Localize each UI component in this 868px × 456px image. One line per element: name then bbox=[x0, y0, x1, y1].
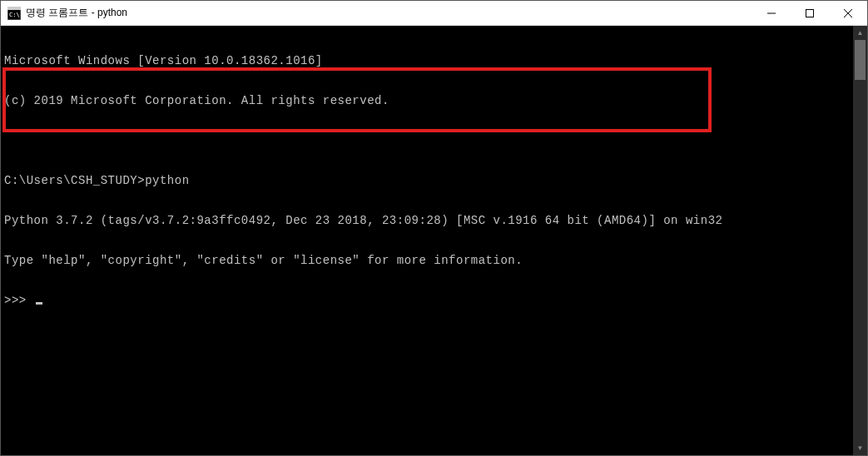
vertical-scrollbar[interactable]: ▲ ▼ bbox=[853, 26, 867, 455]
scroll-down-arrow[interactable]: ▼ bbox=[853, 441, 867, 455]
titlebar[interactable]: C:\ 명령 프롬프트 - python bbox=[1, 1, 867, 26]
svg-rect-1 bbox=[7, 7, 21, 10]
scroll-up-arrow[interactable]: ▲ bbox=[853, 26, 867, 40]
command-prompt-window: C:\ 명령 프롬프트 - python Microsoft Windows [… bbox=[0, 0, 868, 456]
svg-rect-4 bbox=[806, 9, 814, 17]
window-controls bbox=[752, 1, 867, 25]
terminal-line: (c) 2019 Microsoft Corporation. All righ… bbox=[4, 94, 850, 107]
scrollbar-thumb[interactable] bbox=[855, 40, 866, 80]
terminal-line: C:\Users\CSH_STUDY>python bbox=[4, 174, 850, 187]
cursor bbox=[36, 302, 42, 305]
terminal-area: Microsoft Windows [Version 10.0.18362.10… bbox=[1, 26, 867, 455]
terminal-output[interactable]: Microsoft Windows [Version 10.0.18362.10… bbox=[1, 26, 853, 455]
terminal-line: Type "help", "copyright", "credits" or "… bbox=[4, 254, 850, 267]
window-title: 명령 프롬프트 - python bbox=[26, 6, 752, 20]
python-prompt: >>> bbox=[4, 294, 34, 307]
cmd-icon: C:\ bbox=[7, 7, 21, 20]
terminal-prompt-line: >>> bbox=[4, 294, 850, 307]
maximize-button[interactable] bbox=[791, 1, 829, 25]
minimize-button[interactable] bbox=[752, 1, 791, 25]
terminal-line: Python 3.7.2 (tags/v3.7.2:9a3ffc0492, De… bbox=[4, 214, 850, 227]
svg-text:C:\: C:\ bbox=[9, 12, 20, 18]
close-button[interactable] bbox=[829, 1, 867, 25]
terminal-line bbox=[4, 134, 850, 147]
terminal-line: Microsoft Windows [Version 10.0.18362.10… bbox=[4, 54, 850, 67]
